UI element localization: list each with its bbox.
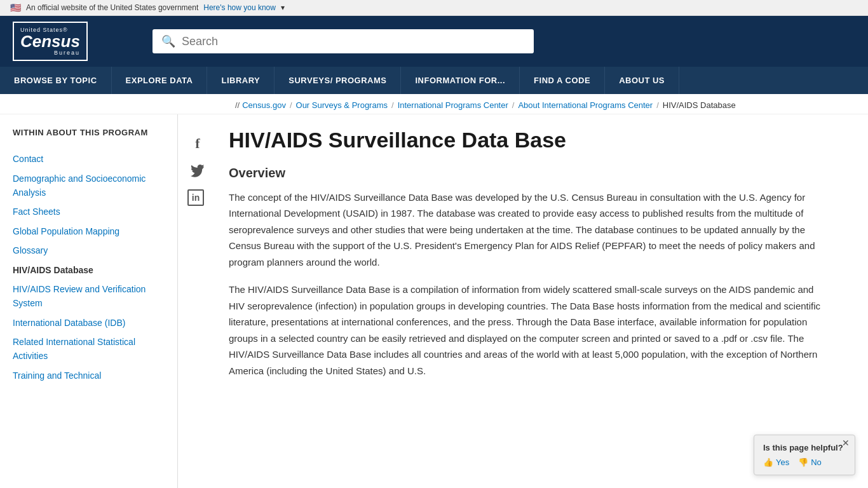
census-bureau-logo: United States® Census Bureau <box>13 22 88 61</box>
breadcrumb-sep-2: / <box>391 100 394 110</box>
main-navigation: BROWSE BY TOPIC EXPLORE DATA LIBRARY SUR… <box>0 67 868 94</box>
search-input[interactable] <box>182 35 525 48</box>
sidebar-item-contact[interactable]: Contact <box>13 150 165 168</box>
main-content: HIV/AIDS Surveillance Data Base Overview… <box>178 114 868 488</box>
sidebar-item-training[interactable]: Training and Technical <box>13 367 165 384</box>
nav-explore-data[interactable]: EXPLORE DATA <box>112 67 208 94</box>
sidebar: WITHIN ABOUT THIS PROGRAM Contact Demogr… <box>0 114 178 488</box>
sidebar-link-related-international[interactable]: Related International Statistical Activi… <box>13 333 165 365</box>
logo-census: Census <box>20 33 80 50</box>
breadcrumb: // Census.gov / Our Surveys & Programs /… <box>0 94 868 114</box>
breadcrumb-census-gov[interactable]: Census.gov <box>242 100 286 110</box>
breadcrumb-ipc[interactable]: International Programs Center <box>398 100 508 110</box>
nav-library[interactable]: LIBRARY <box>207 67 275 94</box>
nav-information-for[interactable]: INFORMATION FOR... <box>401 67 520 94</box>
nav-about-us[interactable]: ABOUT US <box>605 67 679 94</box>
gov-banner-text: An official website of the United States… <box>26 3 198 12</box>
helpful-no-button[interactable]: 👎 No <box>798 458 822 467</box>
sidebar-item-fact-sheets[interactable]: Fact Sheets <box>13 203 165 220</box>
overview-heading: Overview <box>229 166 830 180</box>
site-header: United States® Census Bureau 🔍 <box>0 16 868 67</box>
helpful-widget: ✕ Is this page helpful? 👍 Yes 👎 No <box>754 435 855 475</box>
page-layout: WITHIN ABOUT THIS PROGRAM Contact Demogr… <box>0 114 868 488</box>
sidebar-item-hiv-aids-review[interactable]: HIV/AIDS Review and Verification System <box>13 280 165 313</box>
sidebar-item-global-population[interactable]: Global Population Mapping <box>13 222 165 240</box>
sidebar-link-hiv-aids-review[interactable]: HIV/AIDS Review and Verification System <box>13 280 165 313</box>
sidebar-link-demographic[interactable]: Demographic and Socioeconomic Analysis <box>13 170 165 202</box>
sidebar-item-hiv-aids-database[interactable]: HIV/AIDS Database <box>13 261 165 279</box>
sidebar-navigation: Contact Demographic and Socioeconomic An… <box>13 150 165 384</box>
overview-paragraph-1: The concept of the HIV/AIDS Surveillance… <box>229 189 830 271</box>
us-flag: 🇺🇸 <box>10 3 21 13</box>
sidebar-link-training[interactable]: Training and Technical <box>13 367 165 384</box>
nav-surveys-programs[interactable]: SURVEYS/ PROGRAMS <box>275 67 401 94</box>
sidebar-link-glossary[interactable]: Glossary <box>13 241 165 259</box>
sidebar-link-international-database[interactable]: International Database (IDB) <box>13 314 165 332</box>
sidebar-item-international-database[interactable]: International Database (IDB) <box>13 314 165 332</box>
breadcrumb-current: HIV/AIDS Database <box>663 100 736 110</box>
sidebar-item-glossary[interactable]: Glossary <box>13 241 165 259</box>
overview-paragraph-2: The HIV/AIDS Surveillance Data Base is a… <box>229 281 830 379</box>
nav-browse-by-topic[interactable]: BROWSE BY TOPIC <box>0 67 112 94</box>
page-title: HIV/AIDS Surveillance Data Base <box>229 127 830 153</box>
how-you-know-link[interactable]: Here's how you know <box>203 3 276 12</box>
logo-area[interactable]: United States® Census Bureau <box>13 22 140 61</box>
sidebar-link-hiv-aids-database[interactable]: HIV/AIDS Database <box>13 261 165 279</box>
chevron-down-icon: ▾ <box>281 3 285 12</box>
search-bar[interactable]: 🔍 <box>153 29 534 53</box>
nav-find-a-code[interactable]: FIND A CODE <box>520 67 605 94</box>
helpful-widget-title: Is this page helpful? <box>763 443 846 452</box>
helpful-widget-close[interactable]: ✕ <box>842 438 850 448</box>
sidebar-title: WITHIN ABOUT THIS PROGRAM <box>13 127 165 139</box>
sidebar-link-contact[interactable]: Contact <box>13 150 165 168</box>
thumbs-up-icon: 👍 <box>763 458 773 467</box>
breadcrumb-separator: // <box>235 100 240 110</box>
gov-banner: 🇺🇸 An official website of the United Sta… <box>0 0 868 16</box>
thumbs-down-icon: 👎 <box>798 458 808 467</box>
sidebar-link-fact-sheets[interactable]: Fact Sheets <box>13 203 165 220</box>
sidebar-link-global-population[interactable]: Global Population Mapping <box>13 222 165 240</box>
breadcrumb-about-ipc[interactable]: About International Programs Center <box>518 100 653 110</box>
helpful-no-label: No <box>811 458 822 467</box>
helpful-yes-button[interactable]: 👍 Yes <box>763 458 789 467</box>
breadcrumb-sep-3: / <box>512 100 515 110</box>
sidebar-item-demographic[interactable]: Demographic and Socioeconomic Analysis <box>13 170 165 202</box>
search-icon: 🔍 <box>161 34 175 48</box>
breadcrumb-sep-4: / <box>656 100 659 110</box>
breadcrumb-our-surveys[interactable]: Our Surveys & Programs <box>296 100 388 110</box>
helpful-buttons: 👍 Yes 👎 No <box>763 458 846 467</box>
breadcrumb-sep-1: / <box>290 100 292 110</box>
sidebar-item-related-international[interactable]: Related International Statistical Activi… <box>13 333 165 365</box>
helpful-yes-label: Yes <box>776 458 789 467</box>
